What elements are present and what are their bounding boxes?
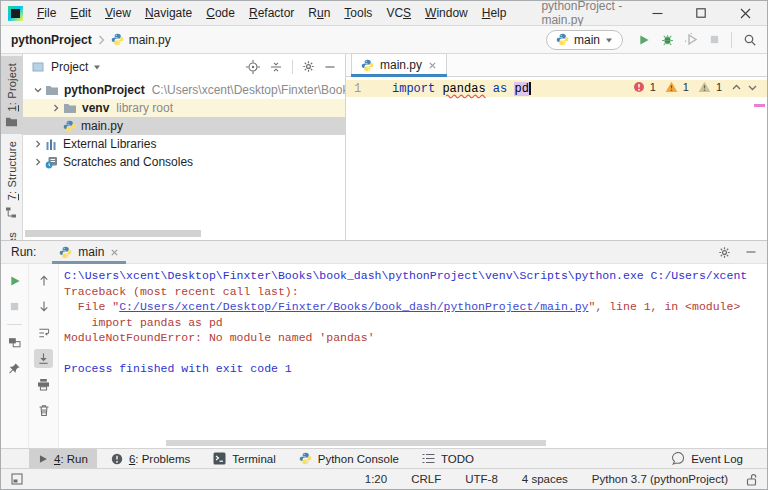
tool-window-bar: 4: Run6: ProblemsTerminalPython ConsoleT… (1, 448, 767, 468)
hide-run-panel-icon[interactable] (745, 246, 757, 258)
menu-code[interactable]: Code (199, 3, 242, 23)
toolwindow-4-run[interactable]: 4: Run (29, 449, 97, 469)
python-config-icon (556, 33, 569, 46)
menu-navigate[interactable]: Navigate (138, 3, 199, 23)
project-horizontal-scrollbar[interactable] (25, 230, 201, 237)
tree-chevron-down-icon[interactable] (31, 86, 45, 94)
warning-icon (665, 81, 678, 93)
status-4-spaces[interactable]: 4 spaces (522, 473, 568, 485)
warning-count[interactable]: 1 (683, 81, 689, 93)
run-configuration-select[interactable]: main (546, 30, 623, 50)
next-occurrence-button[interactable] (34, 297, 53, 316)
toolwindow-python-console[interactable]: Python Console (290, 449, 408, 469)
tree-chevron-right-icon[interactable] (31, 140, 45, 148)
menu-file[interactable]: File (30, 3, 63, 23)
menubar: FileEditViewNavigateCodeRefactorRunTools… (30, 3, 513, 23)
editor-body[interactable]: 1 import pandas as pd 1 1 1 (346, 77, 767, 240)
editor-area: main.py 1 import pandas as pd 1 1 1 (346, 54, 767, 240)
status-1-20[interactable]: 1:20 (365, 473, 387, 485)
writable-lock-icon[interactable] (746, 473, 757, 486)
menu-vcs[interactable]: VCS (379, 3, 418, 23)
stop-button[interactable] (709, 34, 720, 45)
toolbar-divider (731, 32, 732, 48)
weak-warning-count[interactable]: 1 (716, 81, 722, 93)
menu-tools[interactable]: Tools (337, 3, 379, 23)
run-button[interactable] (638, 34, 650, 46)
tree-row-external-libraries[interactable]: External Libraries (23, 135, 345, 153)
status-python-3-7-pythonproject[interactable]: Python 3.7 (pythonProject) (592, 473, 728, 485)
toolwindow-label: Python Console (318, 453, 399, 465)
window-controls (635, 1, 767, 25)
status-bar-widgets: 1:20CRLFUTF-84 spacesPython 3.7 (pythonP… (365, 473, 728, 485)
hide-panel-button[interactable] (324, 61, 336, 73)
project-panel-title[interactable]: Project (51, 60, 88, 74)
console-text: Process finished with exit code 1 (64, 362, 292, 375)
breadcrumb-chevron-icon (98, 35, 105, 45)
prev-error-icon[interactable] (731, 82, 742, 93)
menu-edit[interactable]: Edit (63, 3, 98, 23)
editor-tab-mainpy[interactable]: main.py (351, 53, 447, 76)
toolwindow-terminal[interactable]: Terminal (204, 449, 284, 469)
tree-row-main-py[interactable]: main.py (23, 117, 345, 135)
search-icon[interactable] (743, 33, 757, 47)
navigation-bar: pythonProject main.py main (1, 26, 767, 54)
tool-folder-icon (5, 116, 18, 128)
menu-help[interactable]: Help (475, 3, 514, 23)
settings-button[interactable] (302, 60, 315, 73)
clear-console-button[interactable] (34, 401, 53, 420)
run-settings-gear-icon[interactable] (718, 246, 731, 259)
coverage-button[interactable] (685, 33, 698, 46)
tree-item-name: venv (82, 101, 109, 115)
close-run-tab-icon[interactable] (110, 248, 119, 257)
stripe-item-1-project[interactable]: 1: Project (1, 56, 23, 134)
error-count[interactable]: 1 (650, 81, 656, 93)
status-utf-8[interactable]: UTF-8 (465, 473, 498, 485)
scroll-to-end-button[interactable] (34, 349, 53, 368)
restore-layout-button[interactable] (5, 333, 24, 352)
stop-console-button[interactable] (5, 297, 24, 316)
tree-row-venv[interactable]: venvlibrary root (23, 99, 345, 117)
breadcrumb-project[interactable]: pythonProject (11, 33, 92, 47)
error-stripe-mark[interactable] (754, 104, 765, 107)
pin-tab-button[interactable] (5, 359, 24, 378)
maximize-button[interactable] (679, 1, 723, 25)
minimize-button[interactable] (635, 1, 679, 25)
stripe-item-7-structure[interactable]: 7: Structure (1, 134, 23, 224)
line-number[interactable]: 1 (346, 82, 392, 96)
status-crlf[interactable]: CRLF (411, 473, 441, 485)
toolwindow-toggle-icon[interactable] (11, 473, 23, 485)
collapse-all-button[interactable] (269, 60, 283, 74)
breadcrumb-file[interactable]: main.py (129, 33, 171, 47)
tool-window-buttons-left: 4: Run6: ProblemsTerminalPython ConsoleT… (29, 449, 488, 469)
console-text: File " (64, 300, 119, 313)
debug-button[interactable] (661, 33, 674, 46)
tree-row-scratches-and-consoles[interactable]: Scratches and Consoles (23, 153, 345, 171)
tree-chevron-right-icon[interactable] (49, 104, 63, 112)
close-tab-icon[interactable] (428, 61, 437, 70)
console-horizontal-scrollbar[interactable] (166, 440, 546, 446)
menu-view[interactable]: View (98, 3, 138, 23)
toolwindow-event-log[interactable]: Event Log (662, 449, 752, 469)
menu-window[interactable]: Window (418, 3, 475, 23)
locate-button[interactable] (246, 60, 260, 74)
toolwindow-6-problems[interactable]: 6: Problems (102, 449, 199, 469)
mnemonic-underline: W (425, 6, 436, 20)
tree-row-pythonproject[interactable]: pythonProjectC:\Users\xcent\Desktop\Finx… (23, 81, 345, 99)
run-tab-main[interactable]: main (52, 241, 126, 264)
close-button[interactable] (723, 1, 767, 25)
console-file-link[interactable]: C:/Users/xcent/Desktop/Finxter/Books/boo… (119, 300, 588, 313)
run-console[interactable]: C:\Users\xcent\Desktop\Finxter\Books\boo… (59, 264, 767, 448)
tree-folder-icon (63, 102, 77, 115)
mnemonic-underline: 1 (6, 105, 18, 111)
tree-chevron-right-icon[interactable] (31, 158, 45, 166)
menu-run[interactable]: Run (301, 3, 337, 23)
soft-wrap-button[interactable] (34, 323, 53, 342)
next-error-icon[interactable] (747, 82, 758, 93)
rerun-button[interactable] (5, 271, 24, 290)
print-button[interactable] (34, 375, 53, 394)
toolwindow-todo[interactable]: TODO (413, 449, 483, 469)
toolwindow-label: 6: Problems (129, 453, 190, 465)
menu-refactor[interactable]: Refactor (242, 3, 301, 23)
prev-occurrence-button[interactable] (34, 271, 53, 290)
restore-layout-icon (8, 336, 21, 349)
